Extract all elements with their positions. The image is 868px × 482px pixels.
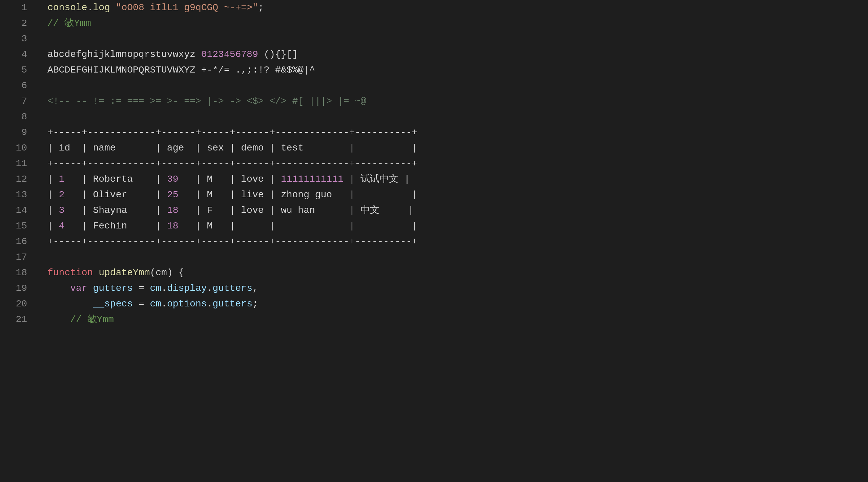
- code-token: (){}: [258, 47, 287, 62]
- code-token: ;: [258, 0, 264, 16]
- code-token: | M | love |: [178, 172, 281, 187]
- code-token: | M | live | zhong guo | |: [178, 187, 417, 203]
- code-line-14: | 3 | Shayna | 18 | F | love | wu han | …: [47, 203, 868, 218]
- code-line-17: [47, 249, 868, 265]
- code-line-7: <!-- -- != := === >= >- ==> |-> -> <$> <…: [47, 94, 868, 109]
- line-number-19: 19: [0, 281, 34, 296]
- line-number-12: 12: [0, 172, 34, 187]
- code-line-2: // 敏Ymm: [47, 16, 868, 31]
- code-token: ABCDEFGHIJKLMNOPQRSTUVWXYZ +-*/= .,;:!? …: [47, 63, 315, 78]
- code-token: | F | love | wu han | 中文 |: [178, 203, 414, 218]
- code-token: |: [47, 219, 59, 234]
- code-line-9: +-----+------------+------+-----+------+…: [47, 125, 868, 140]
- code-token: .: [207, 281, 213, 296]
- code-line-19: var gutters = cm.display.gutters,: [47, 281, 868, 296]
- line-number-15: 15: [0, 218, 34, 234]
- code-token: 11111111111: [281, 172, 344, 187]
- code-token: "oO08 iIlL1 g9qCGQ ~-+=>": [116, 0, 258, 16]
- code-line-8: [47, 109, 868, 125]
- code-token: .: [161, 297, 167, 312]
- code-token: 25: [167, 187, 179, 203]
- code-token: [47, 297, 93, 312]
- line-number-13: 13: [0, 187, 34, 203]
- code-token: [47, 281, 70, 296]
- code-token: gutters: [93, 281, 133, 296]
- code-token: | M | | | |: [178, 219, 417, 234]
- code-token: 0123456789: [201, 47, 258, 62]
- code-line-12: | 1 | Roberta | 39 | M | love | 11111111…: [47, 172, 868, 187]
- code-token: ;: [252, 297, 258, 312]
- line-number-5: 5: [0, 62, 34, 78]
- code-token: +-----+------------+------+-----+------+…: [47, 125, 417, 140]
- line-number-20: 20: [0, 296, 34, 312]
- code-token: gutters: [212, 281, 252, 296]
- code-token: 18: [167, 219, 179, 234]
- code-token: | Shayna |: [64, 203, 167, 218]
- code-token: [110, 0, 116, 16]
- line-number-10: 10: [0, 140, 34, 156]
- line-number-21: 21: [0, 312, 34, 327]
- code-token: // 敏Ymm: [47, 16, 91, 31]
- line-number-2: 2: [0, 16, 34, 31]
- code-line-10: | id | name | age | sex | demo | test | …: [47, 140, 868, 156]
- code-line-18: function updateYmm(cm) {: [47, 265, 868, 281]
- code-token: +-----+------------+------+-----+------+…: [47, 234, 417, 249]
- code-line-16: +-----+------------+------+-----+------+…: [47, 234, 868, 249]
- code-token: display: [167, 281, 207, 296]
- code-line-3: [47, 31, 868, 47]
- code-token: =: [133, 281, 150, 296]
- code-token: <!-- -- != := === >= >- ==> |-> -> <$> <…: [47, 94, 366, 109]
- code-token: 1: [59, 172, 65, 187]
- code-token: []: [287, 47, 298, 62]
- code-token: 18: [167, 203, 179, 218]
- line-number-3: 3: [0, 31, 34, 47]
- code-token: +-----+------------+------+-----+------+…: [47, 156, 417, 172]
- code-area[interactable]: console.log "oO08 iIlL1 g9qCGQ ~-+=>"; /…: [34, 0, 868, 482]
- code-line-4: abcdefghijklmnopqrstuvwxyz 0123456789 ()…: [47, 47, 868, 62]
- code-token: 3: [59, 203, 65, 218]
- code-token: =: [133, 297, 150, 312]
- code-token: function: [47, 265, 93, 281]
- code-token: gutters: [212, 297, 252, 312]
- code-token: ,: [252, 281, 258, 296]
- code-token: [93, 265, 99, 281]
- code-token: .: [87, 0, 93, 16]
- line-number-17: 17: [0, 249, 34, 265]
- line-number-11: 11: [0, 156, 34, 172]
- code-token: (cm) {: [150, 265, 184, 281]
- code-token: |: [47, 172, 59, 187]
- line-number-1: 1: [0, 0, 34, 16]
- code-token: | 试试中文 |: [344, 172, 410, 187]
- code-token: 2: [59, 187, 65, 203]
- editor-container: 1 2 3 4 5 6 7 8 9 10 11 12 13 14 15 16 1…: [0, 0, 868, 482]
- line-number-9: 9: [0, 125, 34, 140]
- code-token: | Roberta |: [64, 172, 167, 187]
- code-token: cm: [150, 281, 162, 296]
- code-token: |: [47, 203, 59, 218]
- code-line-13: | 2 | Oliver | 25 | M | live | zhong guo…: [47, 187, 868, 203]
- code-token: |: [47, 187, 59, 203]
- line-number-7: 7: [0, 94, 34, 109]
- code-line-1: console.log "oO08 iIlL1 g9qCGQ ~-+=>";: [47, 0, 868, 16]
- code-token: | Oliver |: [64, 187, 167, 203]
- code-token: 4: [59, 219, 65, 234]
- line-number-8: 8: [0, 109, 34, 125]
- code-line-11: +-----+------------+------+-----+------+…: [47, 156, 868, 172]
- code-token: __specs: [93, 297, 133, 312]
- code-token: abcdefghijklmnopqrstuvwxyz: [47, 47, 201, 62]
- code-line-20: __specs = cm.options.gutters;: [47, 296, 868, 312]
- line-numbers: 1 2 3 4 5 6 7 8 9 10 11 12 13 14 15 16 1…: [0, 0, 34, 482]
- code-token: console: [47, 0, 87, 16]
- code-line-15: | 4 | Fechin | 18 | M | | | |: [47, 218, 868, 234]
- code-token: options: [167, 297, 207, 312]
- code-line-6: [47, 78, 868, 94]
- code-token: .: [161, 281, 167, 296]
- code-token: | Fechin |: [64, 219, 167, 234]
- code-token: var: [70, 281, 87, 296]
- line-number-6: 6: [0, 78, 34, 94]
- code-token: cm: [150, 297, 161, 312]
- code-line-5: ABCDEFGHIJKLMNOPQRSTUVWXYZ +-*/= .,;:!? …: [47, 62, 868, 78]
- line-number-14: 14: [0, 203, 34, 218]
- line-number-18: 18: [0, 265, 34, 281]
- code-token: updateYmm: [99, 265, 150, 281]
